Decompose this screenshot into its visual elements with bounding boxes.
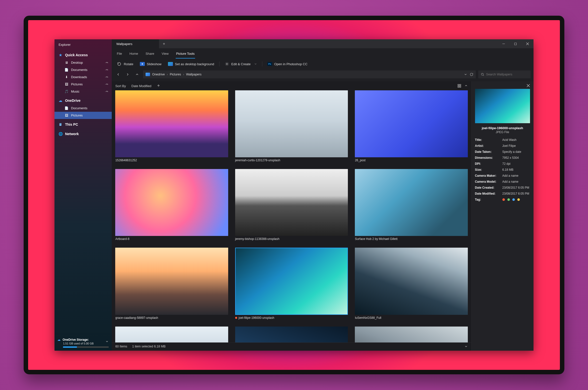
edit-create-button[interactable]: Edit & Create xyxy=(222,61,259,67)
onedrive-header[interactable]: ☁ OneDrive xyxy=(54,97,112,105)
open-photoshop-label: Open in Photoshop CC xyxy=(274,62,308,66)
maximize-button[interactable] xyxy=(510,39,522,48)
file-name: Artboard-8 xyxy=(115,237,228,245)
sidebar-item-label: Music xyxy=(71,90,79,93)
sort-label[interactable]: Sort By xyxy=(115,84,126,88)
pin-icon[interactable] xyxy=(105,60,109,65)
details-value[interactable]: Acid Wash xyxy=(502,138,530,142)
menu-file[interactable]: File xyxy=(116,50,122,58)
new-tab-button[interactable] xyxy=(159,39,169,48)
desktop-icon xyxy=(168,62,173,66)
file-tile[interactable]: IuSemNxGS88_Full xyxy=(355,248,468,323)
file-tile[interactable]: grace-caadiang-58897-unsplash xyxy=(115,248,228,323)
rotate-button[interactable]: Rotate xyxy=(115,61,135,67)
tab-wallpapers[interactable]: Wallpapers xyxy=(112,39,159,48)
details-key: Artist: xyxy=(475,144,502,148)
sidebar-item-desktop[interactable]: 🖥 Desktop xyxy=(54,59,112,66)
this-pc-header[interactable]: 🖥 This PC xyxy=(54,120,112,128)
folder-icon: 📄 xyxy=(64,68,68,72)
file-tile[interactable]: jeremiah-curtis-1201278-unsplash xyxy=(235,90,348,166)
sort-value[interactable]: Date Modified xyxy=(131,84,151,88)
pin-icon[interactable] xyxy=(105,89,109,94)
search-input[interactable] xyxy=(486,73,528,76)
gallery: Sort By Date Modified 1526648631252 xyxy=(112,81,471,351)
file-tile[interactable] xyxy=(235,327,348,342)
details-value[interactable]: 23/08/2017 6:05 PM xyxy=(502,186,530,189)
file-tile[interactable]: joel-filipe-196000-unsplash xyxy=(235,248,348,323)
rotate-label: Rotate xyxy=(124,62,133,66)
details-value[interactable]: 23/08/2017 6:05 PM xyxy=(502,192,530,195)
tag-blue[interactable] xyxy=(512,198,515,201)
breadcrumb-1[interactable]: Pictures xyxy=(170,73,181,76)
globe-icon: 🌐 xyxy=(58,132,62,136)
thumbnail xyxy=(355,327,468,342)
sidebar-item-music[interactable]: 🎵 Music xyxy=(54,88,112,95)
pin-icon[interactable] xyxy=(105,68,109,72)
details-key: Date Modified: xyxy=(475,192,502,195)
breadcrumb-0[interactable]: Onedrive xyxy=(152,73,165,76)
back-button[interactable] xyxy=(115,71,122,78)
view-grid-button[interactable] xyxy=(457,84,461,88)
svg-point-7 xyxy=(226,63,227,64)
storage-expand-button[interactable] xyxy=(105,340,109,343)
search-box[interactable] xyxy=(478,70,531,78)
up-button[interactable] xyxy=(134,71,141,78)
forward-button[interactable] xyxy=(124,71,131,78)
details-row: Camera Maker: Add a name xyxy=(475,173,530,179)
set-background-button[interactable]: Set as desktop background xyxy=(166,61,216,67)
details-value[interactable]: Specify a date xyxy=(502,150,530,154)
tag-yellow[interactable] xyxy=(517,198,520,201)
file-tile[interactable]: 1526648631252 xyxy=(115,90,228,166)
history-dropdown-button[interactable] xyxy=(464,73,467,76)
details-key: Size: xyxy=(475,168,502,171)
details-key: DPI: xyxy=(475,162,502,166)
network-header[interactable]: 🌐 Network xyxy=(54,130,112,138)
file-tile[interactable]: jeremy-bishop-1138388-unsplash xyxy=(235,169,348,245)
file-tile[interactable]: 26_post xyxy=(355,90,468,166)
sidebar-item-label: Pictures xyxy=(71,82,83,86)
open-photoshop-button[interactable]: Ps Open in Photoshop CC xyxy=(265,61,310,67)
details-value[interactable]: Add a name xyxy=(502,180,530,183)
details-key: Date Taken: xyxy=(475,150,502,154)
file-tile[interactable] xyxy=(115,327,228,342)
sidebar-item-pictures[interactable]: 🖼 Pictures xyxy=(54,81,112,88)
sort-direction-button[interactable] xyxy=(157,84,160,88)
menu-view[interactable]: View xyxy=(161,50,169,58)
sidebar-item-downloads[interactable]: ⬇ Downloads xyxy=(54,73,112,81)
details-value[interactable]: 7952 x 5304 xyxy=(502,156,530,160)
sidebar-item-onedrive-pictures[interactable]: 🖼 Pictures xyxy=(54,112,112,119)
breadcrumb[interactable]: Onedrive › Pictures › Wallpapers xyxy=(143,70,476,78)
pin-icon[interactable] xyxy=(105,82,109,86)
slideshow-button[interactable]: Slideshow xyxy=(138,61,163,67)
details-value[interactable]: 6.18 MB xyxy=(502,168,530,171)
refresh-button[interactable] xyxy=(470,73,473,76)
collapse-down-button[interactable] xyxy=(464,345,468,348)
tag-green[interactable] xyxy=(507,198,510,201)
file-tile[interactable]: Surface Hub 2 by Michael Gillett xyxy=(355,169,468,245)
menu-share[interactable]: Share xyxy=(145,50,155,58)
thumbnail xyxy=(355,248,468,315)
thumbnail-grid[interactable]: 1526648631252 jeremiah-curtis-1201278-un… xyxy=(112,90,471,342)
menu-picture-tools[interactable]: Picture Tools xyxy=(176,50,195,58)
breadcrumb-2[interactable]: Wallpapers xyxy=(186,73,202,76)
file-tile[interactable] xyxy=(355,327,468,342)
minimize-button[interactable] xyxy=(498,39,510,48)
details-key: Camera Maker: xyxy=(475,174,502,177)
details-tag-label: Tag: xyxy=(475,198,502,201)
details-value[interactable]: 72 dpi xyxy=(502,162,530,166)
details-value[interactable]: Joel Filipe xyxy=(502,144,530,148)
details-tags[interactable] xyxy=(502,198,530,201)
details-close-button[interactable] xyxy=(527,84,530,87)
thumbnail xyxy=(235,169,348,236)
file-tile[interactable]: Artboard-8 xyxy=(115,169,228,245)
close-button[interactable] xyxy=(522,39,534,48)
details-value[interactable]: Add a name xyxy=(502,174,530,177)
pin-icon[interactable] xyxy=(105,75,109,79)
sidebar-item-documents[interactable]: 📄 Documents xyxy=(54,66,112,73)
quick-access-header[interactable]: ★ Quick Access xyxy=(54,51,112,59)
main-area: Wallpapers FileHomeShareViewPicture Tool… xyxy=(112,39,533,351)
menu-home[interactable]: Home xyxy=(129,50,139,58)
sidebar-item-onedrive-documents[interactable]: 📄 Documents xyxy=(54,105,112,112)
collapse-up-button[interactable] xyxy=(464,84,468,88)
tag-red[interactable] xyxy=(502,198,505,201)
